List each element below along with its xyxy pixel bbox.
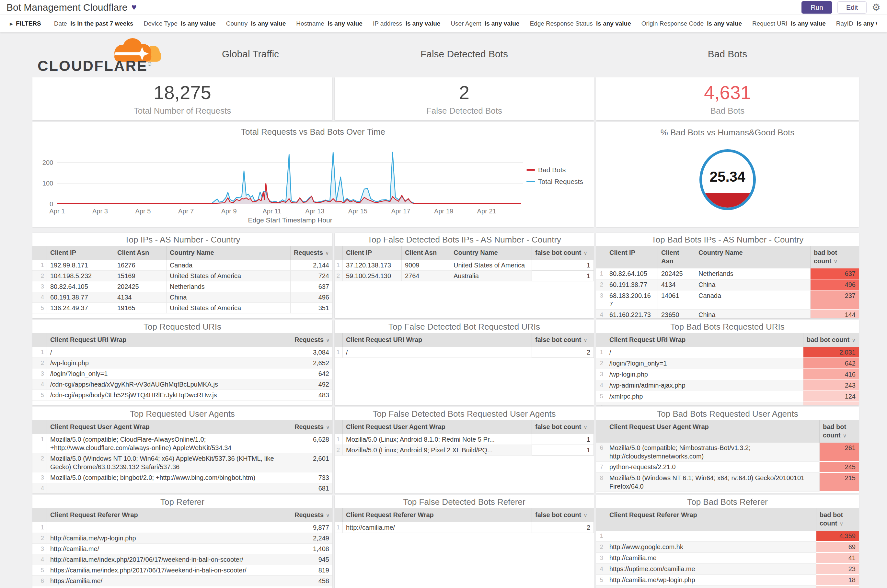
table-row[interactable]: 4/cdn-cgi/apps/head/xVgyKhR-vV3dAUGhMqfB… [32,379,332,390]
metric-cell[interactable]: 2,652 [291,358,332,369]
data-cell[interactable]: 23650 [658,309,695,318]
data-cell[interactable]: http://camilia.me/ [47,544,291,554]
column-header[interactable]: Client Request User Agent Wrap [606,420,819,442]
metric-cell[interactable]: 2 [532,347,594,358]
table-row[interactable]: 1Mozilla/5.0 (Linux; Android 8.1.0; Redm… [335,434,594,445]
data-cell[interactable]: Mozilla/5.0 (compatible; bingbot/2.0; +h… [47,472,291,483]
filter-item[interactable]: Country is any value [226,20,286,27]
table-row[interactable]: 8Mozilla/5.0 (Windows NT 6.1; Win64; x64… [596,473,859,492]
metric-cell[interactable]: 416 [803,369,859,380]
data-cell[interactable]: Mozilla/5.0 (Linux; Android 9; Pixel 2 X… [343,445,532,456]
table-row[interactable]: 3/login/?login_only=1642 [32,369,332,379]
data-cell[interactable]: /cdn-cgi/apps/head/xVgyKhR-vV3dAUGhMqfBc… [47,379,291,390]
metric-cell[interactable]: 642 [803,358,859,369]
data-cell[interactable]: 202425 [114,281,166,292]
table-row[interactable]: 6https://camilia.me/458 [32,576,332,586]
metric-cell[interactable]: 2,601 [291,453,332,472]
column-header[interactable]: false bot count∨ [532,420,594,434]
data-cell[interactable]: 37.120.138.173 [343,260,401,271]
metric-cell[interactable]: 1,408 [291,544,332,554]
table-row[interactable]: 6 [596,402,859,405]
data-cell[interactable]: 19165 [114,303,166,314]
table-row[interactable]: 1http://camilia.me/2 [335,522,594,533]
filter-item[interactable]: Hostname is any value [296,20,362,27]
metric-cell[interactable]: 243 [803,380,859,391]
data-cell[interactable]: Mozilla/5.0 (Windows NT 10.0; Win64; x64… [47,453,291,472]
filter-item[interactable]: Device Type is any value [144,20,216,27]
column-header[interactable]: bad bot count∨ [819,420,859,442]
table-row[interactable]: 1/3,084 [32,347,332,358]
data-cell[interactable]: 60.191.38.77 [47,292,114,303]
metric-cell[interactable]: 2,144 [290,260,332,271]
table-row[interactable]: 1/2 [335,347,594,358]
column-header[interactable]: Client Asn [114,246,166,260]
table-row[interactable]: 461.160.221.7323650China144 [596,309,859,318]
data-cell[interactable]: 136.24.49.37 [47,303,114,314]
table-row[interactable]: 460.191.38.774134China496 [32,292,332,303]
table-row[interactable]: 2Mozilla/5.0 (Linux; Android 9; Pixel 2 … [335,445,594,456]
filter-item[interactable]: IP address is any value [373,20,440,27]
metric-cell[interactable]: 18 [816,575,859,586]
data-cell[interactable]: Australia [450,271,532,281]
column-header[interactable]: Client Request URI Wrap [47,333,291,347]
metric-cell[interactable]: 351 [290,303,332,314]
column-header[interactable]: bad bot count∨ [816,508,859,531]
metric-cell[interactable] [803,402,859,405]
data-cell[interactable]: Mozilla/5.0 (Linux; Android 8.1.0; Redmi… [343,434,532,445]
table-row[interactable]: 5http://camilia.me/wp-login.php18 [596,575,859,586]
line-chart[interactable]: 0100200Apr 1Apr 3Apr 5Apr 7Apr 9Apr 11Ap… [38,138,526,226]
data-cell[interactable]: / [606,347,803,358]
column-header[interactable]: Client Asn [658,246,695,268]
metric-cell[interactable]: 458 [291,576,332,586]
data-cell[interactable]: /wp-login.php [606,369,803,380]
metric-cell[interactable]: 1 [532,445,594,456]
data-cell[interactable] [47,483,291,494]
data-cell[interactable]: 14061 [658,291,695,309]
column-header[interactable]: Client Request Referer Wrap [606,508,816,531]
filter-item[interactable]: Origin Response Code is any value [642,20,742,27]
data-cell[interactable]: 68.183.200.167 [606,291,658,309]
column-header[interactable]: Country Name [695,246,810,268]
data-cell[interactable]: 60.191.38.77 [606,279,658,291]
metric-cell[interactable]: 2 [532,522,594,533]
metric-cell[interactable]: 261 [819,442,859,462]
data-cell[interactable] [47,522,291,533]
legend-item[interactable]: Total Requests [526,178,589,186]
data-cell[interactable]: Mozilla/5.0 (compatible; CloudFlare-Alwa… [47,434,291,453]
data-cell[interactable]: https://uptime.com/camilia.me [606,564,816,575]
table-row[interactable]: 2Mozilla/5.0 (Windows NT 10.0; Win64; x6… [32,453,332,472]
data-cell[interactable]: 192.99.8.171 [47,260,114,271]
metric-cell[interactable]: 69 [816,542,859,553]
table-row[interactable]: 1Mozilla/5.0 (compatible; CloudFlare-Alw… [32,434,332,453]
metric-cell[interactable]: 124 [803,391,859,402]
table-row[interactable]: 5136.24.49.3719165United States of Ameri… [32,303,332,314]
legend-item[interactable]: Bad Bots [526,166,589,174]
data-cell[interactable]: 59.100.254.130 [343,271,401,281]
table-row[interactable]: 2/login/?login_only=1642 [596,358,859,369]
table-row[interactable]: 5/xmlrpc.php124 [596,391,859,402]
table-row[interactable]: 7http://camilia.me/index.php/2017/05/14/… [32,586,332,588]
column-header[interactable]: Requests∨ [291,420,332,434]
column-header[interactable]: false bot count∨ [532,333,594,347]
metric-cell[interactable]: 945 [291,554,332,565]
column-header[interactable]: false bot count∨ [532,246,594,260]
table-row[interactable]: 137.120.138.1739009United States of Amer… [335,260,594,271]
metric-cell[interactable]: 1 [532,434,594,445]
metric-cell[interactable]: 2,031 [803,347,859,358]
metric-cell[interactable]: 496 [290,292,332,303]
data-cell[interactable]: /wp-login.php [47,358,291,369]
metric-cell[interactable]: 245 [819,462,859,473]
column-header[interactable]: Requests∨ [291,333,332,347]
data-cell[interactable]: http://www.google.com.hk [606,542,816,553]
metric-cell[interactable]: 681 [291,483,332,494]
metric-cell[interactable]: 637 [290,281,332,292]
table-row[interactable]: 368.183.200.16714061Canada237 [596,291,859,309]
data-cell[interactable]: http://camilia.me/wp-login.php [606,575,816,586]
table-row[interactable]: 2http://www.google.com.hk69 [596,542,859,553]
data-cell[interactable]: http://camilia.me/index.php/2017/06/17/w… [47,554,291,565]
table-row[interactable]: 259.100.254.1302764Australia1 [335,271,594,281]
metric-cell[interactable]: 1 [532,271,594,281]
column-header[interactable]: Client Request User Agent Wrap [47,420,291,434]
metric-cell[interactable]: 41 [816,553,859,564]
filter-item[interactable]: RayID is any value [836,20,877,27]
